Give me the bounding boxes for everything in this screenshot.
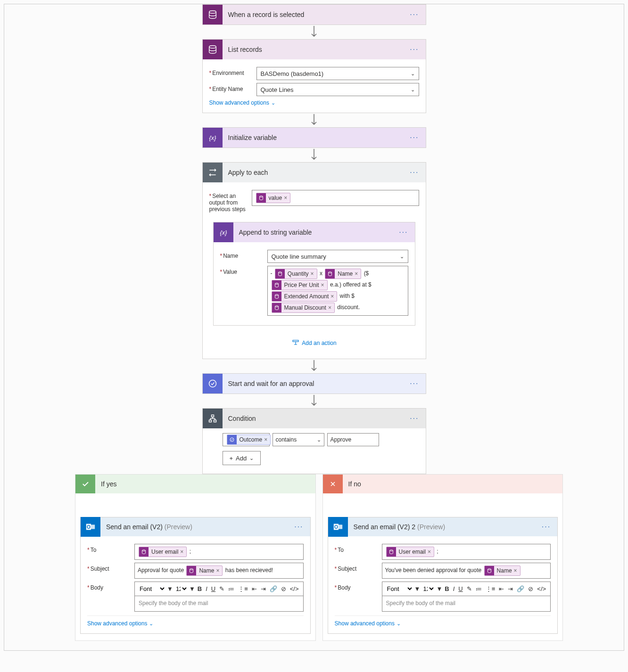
condition-left[interactable]: Outcome× bbox=[223, 433, 270, 446]
svg-point-24 bbox=[389, 550, 393, 551]
name-token[interactable]: Name× bbox=[325, 269, 361, 279]
subject-field[interactable]: Approval for quote Name× has been reciev… bbox=[134, 563, 304, 579]
bold-icon[interactable]: B bbox=[443, 585, 450, 592]
outcome-token[interactable]: Outcome× bbox=[227, 434, 271, 445]
list-menu[interactable]: ··· bbox=[403, 45, 425, 54]
cds-icon bbox=[203, 40, 223, 59]
close-icon bbox=[323, 475, 343, 493]
initvar-card[interactable]: {x} Initialize variable ··· bbox=[202, 127, 426, 148]
select-output-field[interactable]: value× bbox=[252, 190, 419, 206]
trigger-menu[interactable]: ··· bbox=[403, 10, 425, 19]
add-condition-button[interactable]: +Add⌄ bbox=[223, 451, 261, 465]
font-select[interactable]: Font bbox=[138, 585, 166, 593]
chevron-down-icon: ⌄ bbox=[411, 87, 415, 93]
code-icon[interactable]: </> bbox=[536, 585, 547, 592]
append-value-field[interactable]: - Quantity× x Name× ($ Price Per Unit× e… bbox=[267, 266, 408, 316]
arrow-icon bbox=[310, 148, 318, 162]
entity-select[interactable]: Quote Lines⌄ bbox=[256, 83, 419, 96]
condition-menu[interactable]: ··· bbox=[403, 414, 425, 423]
link-icon[interactable]: 🔗 bbox=[268, 585, 279, 592]
svg-rect-12 bbox=[211, 415, 214, 417]
body-field[interactable]: Specify the body of the mail bbox=[382, 596, 551, 612]
numbers-icon[interactable]: ⋮≡ bbox=[237, 585, 249, 592]
body-field[interactable]: Specify the body of the mail bbox=[134, 596, 304, 612]
env-select[interactable]: BASDemo (basdemo1)⌄ bbox=[256, 67, 419, 80]
initvar-menu[interactable]: ··· bbox=[403, 133, 425, 142]
value-token[interactable]: value× bbox=[256, 193, 291, 203]
email-yes-menu[interactable]: ··· bbox=[288, 523, 310, 531]
link-icon[interactable]: 🔗 bbox=[515, 585, 526, 592]
outdent-icon[interactable]: ⇤ bbox=[497, 585, 505, 592]
font-select[interactable]: Font bbox=[385, 585, 413, 593]
condition-card[interactable]: Condition ··· Outcome× contains⌄ Approve… bbox=[202, 408, 426, 474]
bold-icon[interactable]: B bbox=[196, 585, 203, 592]
italic-icon[interactable]: I bbox=[452, 585, 456, 592]
name-token[interactable]: Name× bbox=[484, 565, 521, 576]
name-token[interactable]: Name× bbox=[186, 565, 223, 576]
loop-title: Apply to each bbox=[223, 169, 404, 176]
approval-menu[interactable]: ··· bbox=[403, 379, 425, 388]
trigger-title: When a record is selected bbox=[223, 11, 404, 18]
indent-icon[interactable]: ⇥ bbox=[506, 585, 514, 592]
discount-token[interactable]: Manual Discount× bbox=[272, 303, 335, 313]
email-no-card[interactable]: O Send an email (V2) 2 (Preview) ··· To … bbox=[328, 517, 558, 634]
email-no-menu[interactable]: ··· bbox=[535, 523, 557, 531]
append-menu[interactable]: ··· bbox=[392, 228, 414, 237]
to-field[interactable]: User email× ; bbox=[382, 544, 551, 560]
svg-rect-13 bbox=[209, 420, 211, 422]
loop-menu[interactable]: ··· bbox=[403, 168, 425, 177]
svg-point-5 bbox=[278, 272, 281, 273]
arrow-icon bbox=[310, 113, 318, 127]
show-advanced-link[interactable]: Show advanced options ⌄ bbox=[209, 99, 275, 106]
extended-token[interactable]: Extended Amount× bbox=[272, 291, 338, 302]
email-yes-card[interactable]: O Send an email (V2) (Preview) ··· To Us… bbox=[80, 517, 311, 634]
select-output-label: Select an output from previous steps bbox=[209, 190, 252, 213]
list-records-card[interactable]: List records ··· Environment BASDemo (ba… bbox=[202, 39, 426, 113]
condition-op[interactable]: contains⌄ bbox=[273, 433, 324, 446]
italic-icon[interactable]: I bbox=[204, 585, 209, 592]
append-name-select[interactable]: Quote line summary⌄ bbox=[267, 250, 408, 263]
unlink-icon[interactable]: ⊘ bbox=[527, 585, 535, 592]
size-select[interactable]: 12 bbox=[421, 585, 435, 593]
rte-toolbar: Font ▼ 12 ▼ B I U ✎ ≔ ⋮≡ ⇤ bbox=[382, 582, 551, 596]
append-card[interactable]: {x} Append to string variable ··· Name Q… bbox=[213, 222, 415, 326]
yes-title: If yes bbox=[95, 480, 315, 488]
quantity-token[interactable]: Quantity× bbox=[275, 269, 317, 279]
indent-icon[interactable]: ⇥ bbox=[259, 585, 267, 592]
outlook-icon: O bbox=[328, 517, 348, 537]
highlight-icon[interactable]: ✎ bbox=[465, 585, 473, 592]
size-select[interactable]: 12 bbox=[174, 585, 188, 593]
price-token[interactable]: Price Per Unit× bbox=[272, 280, 328, 290]
entity-label: Entity Name bbox=[209, 83, 256, 92]
svg-point-11 bbox=[209, 380, 216, 387]
user-email-token[interactable]: User email× bbox=[139, 547, 187, 557]
bullets-icon[interactable]: ≔ bbox=[474, 585, 483, 592]
show-advanced-link[interactable]: Show advanced options ⌄ bbox=[87, 620, 153, 627]
condition-right[interactable]: Approve bbox=[327, 433, 379, 446]
to-field[interactable]: User email× ; bbox=[134, 544, 304, 560]
outdent-icon[interactable]: ⇤ bbox=[250, 585, 258, 592]
loop-card[interactable]: Apply to each ··· Select an output from … bbox=[202, 162, 426, 359]
highlight-icon[interactable]: ✎ bbox=[218, 585, 226, 592]
svg-point-20 bbox=[190, 569, 193, 570]
append-name-label: Name bbox=[220, 250, 267, 259]
svg-point-7 bbox=[275, 283, 278, 285]
underline-icon[interactable]: U bbox=[210, 585, 217, 592]
svg-rect-14 bbox=[214, 420, 216, 422]
to-label: To bbox=[87, 544, 134, 553]
svg-text:{x}: {x} bbox=[209, 134, 216, 141]
numbers-icon[interactable]: ⋮≡ bbox=[484, 585, 497, 592]
underline-icon[interactable]: U bbox=[457, 585, 464, 592]
show-advanced-link[interactable]: Show advanced options ⌄ bbox=[335, 620, 401, 627]
approval-card[interactable]: Start and wait for an approval ··· bbox=[202, 373, 426, 394]
user-email-token[interactable]: User email× bbox=[386, 547, 434, 557]
bullets-icon[interactable]: ≔ bbox=[227, 585, 236, 592]
remove-token[interactable]: × bbox=[284, 193, 287, 203]
unlink-icon[interactable]: ⊘ bbox=[280, 585, 288, 592]
code-icon[interactable]: </> bbox=[289, 585, 300, 592]
subject-field[interactable]: You've been denied approval for quote Na… bbox=[382, 563, 551, 579]
append-title: Append to string variable bbox=[233, 229, 393, 236]
add-action-link[interactable]: Add an action bbox=[291, 339, 336, 347]
list-title: List records bbox=[223, 46, 404, 53]
trigger-card[interactable]: When a record is selected ··· bbox=[202, 4, 426, 25]
